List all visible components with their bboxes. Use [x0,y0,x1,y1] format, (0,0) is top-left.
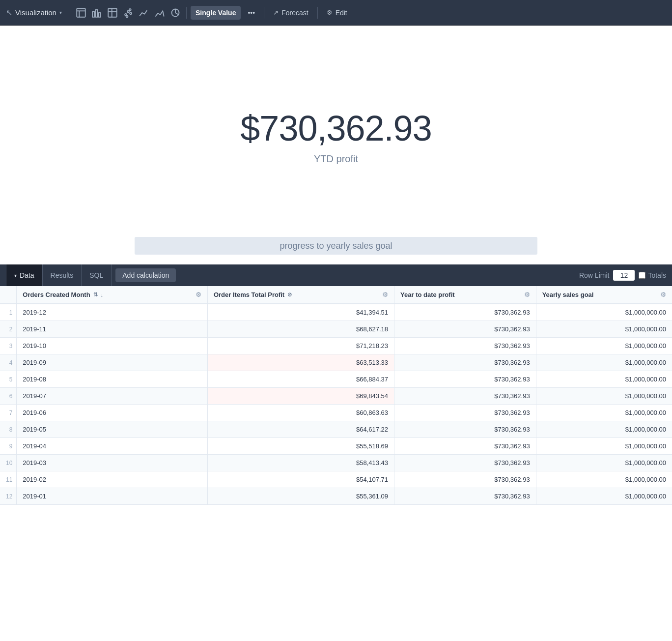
table-row: 11 2019-02 $54,107.71 $730,362.93 $1,000… [0,471,672,488]
row-limit-input[interactable] [613,270,635,281]
chevron-down-icon: ▾ [14,273,17,278]
bar-chart-icon[interactable] [90,6,104,20]
cell-ytd: $730,362.93 [394,304,536,321]
cell-month: 2019-05 [17,421,208,438]
cell-profit: $54,107.71 [207,471,394,488]
pivot-icon[interactable] [106,6,119,20]
cursor-icon: ↖ [6,8,12,17]
filter-icon-profit[interactable]: ⊘ [287,291,292,298]
col-ytd-label: Year to date profit [400,291,455,298]
cell-month: 2019-03 [17,455,208,471]
gear-icon-profit[interactable]: ⚙ [382,291,388,298]
gear-icon-ytd[interactable]: ⚙ [524,291,530,298]
row-number: 12 [0,488,17,505]
row-number: 8 [0,421,17,438]
table-header-row: Orders Created Month ⇅ ↓ ⚙ Order Items T… [0,286,672,304]
more-tab[interactable]: ••• [243,6,260,20]
cell-month: 2019-11 [17,321,208,338]
cell-ytd: $730,362.93 [394,421,536,438]
pie-chart-icon[interactable] [168,6,182,20]
cell-goal: $1,000,000.00 [536,455,672,471]
cell-profit: $69,843.54 [207,388,394,405]
table-row: 7 2019-06 $60,863.63 $730,362.93 $1,000,… [0,405,672,421]
svg-point-10 [127,10,129,12]
row-number: 6 [0,388,17,405]
sep1 [70,7,70,19]
tab-data[interactable]: ▾ Data [6,264,43,286]
tab-results[interactable]: Results [43,264,82,286]
add-calculation-button[interactable]: Add calculation [115,268,176,282]
cell-goal: $1,000,000.00 [536,471,672,488]
gear-icon-goal[interactable]: ⚙ [660,291,666,298]
progress-bar: progress to yearly sales goal [135,237,537,255]
single-value-label: Single Value [196,9,236,17]
cell-goal: $1,000,000.00 [536,371,672,388]
svg-line-16 [175,13,178,15]
cell-profit: $68,627.18 [207,321,394,338]
table-icon[interactable] [74,6,88,20]
single-value-tab[interactable]: Single Value [191,6,241,20]
row-number: 4 [0,354,17,371]
table-row: 9 2019-04 $55,518.69 $730,362.93 $1,000,… [0,438,672,455]
svg-point-12 [126,15,128,17]
sep3 [264,7,264,19]
main-value: $730,362.93 [240,108,431,148]
cell-goal: $1,000,000.00 [536,354,672,371]
tab-results-label: Results [51,271,74,279]
edit-tab[interactable]: ⚙ Edit [322,6,352,20]
chevron-down-icon: ▾ [59,10,62,15]
cell-goal: $1,000,000.00 [536,438,672,455]
data-table-wrap: Orders Created Month ⇅ ↓ ⚙ Order Items T… [0,286,672,505]
cell-ytd: $730,362.93 [394,438,536,455]
table-row: 5 2019-08 $66,884.37 $730,362.93 $1,000,… [0,371,672,388]
col-month-label: Orders Created Month [23,291,90,298]
cell-profit: $58,413.43 [207,455,394,471]
tab-sql-label: SQL [89,271,103,279]
forecast-tab[interactable]: ↗ Forecast [268,6,313,20]
row-limit-area: Row Limit Totals [579,270,666,281]
cell-ytd: $730,362.93 [394,371,536,388]
sort-down-icon[interactable]: ↓ [101,292,104,298]
gear-icon-month[interactable]: ⚙ [196,291,201,298]
table-row: 10 2019-03 $58,413.43 $730,362.93 $1,000… [0,455,672,471]
cell-goal: $1,000,000.00 [536,321,672,338]
cell-goal: $1,000,000.00 [536,338,672,354]
cell-month: 2019-07 [17,388,208,405]
cell-goal: $1,000,000.00 [536,488,672,505]
visualization-area: $730,362.93 YTD profit [0,26,672,232]
area-chart-icon[interactable] [153,6,167,20]
col-header-goal: Yearly sales goal ⚙ [536,286,672,304]
col-header-ytd: Year to date profit ⚙ [394,286,536,304]
sep4 [317,7,318,19]
cell-goal: $1,000,000.00 [536,388,672,405]
totals-checkbox-label: Totals [639,271,666,279]
cell-ytd: $730,362.93 [394,455,536,471]
scatter-icon[interactable] [121,6,135,20]
cell-ytd: $730,362.93 [394,354,536,371]
forecast-label: Forecast [281,9,308,17]
cell-month: 2019-04 [17,438,208,455]
cell-profit: $63,513.33 [207,354,394,371]
table-row: 3 2019-10 $71,218.23 $730,362.93 $1,000,… [0,338,672,354]
tab-sql[interactable]: SQL [82,264,112,286]
forecast-line-icon: ↗ [273,9,279,16]
line-chart-icon[interactable] [137,6,151,20]
sliders-icon: ⚙ [327,9,333,16]
visualization-label: Visualization [15,8,56,17]
cell-ytd: $730,362.93 [394,321,536,338]
cell-month: 2019-12 [17,304,208,321]
data-tabs: ▾ Data Results SQL Add calculation Row L… [0,264,672,286]
cell-profit: $66,884.37 [207,371,394,388]
toolbar: ↖ Visualization ▾ Single Value ••• ↗ For… [0,0,672,26]
table-row: 1 2019-12 $41,394.51 $730,362.93 $1,000,… [0,304,672,321]
cell-ytd: $730,362.93 [394,338,536,354]
cell-month: 2019-09 [17,354,208,371]
svg-rect-5 [99,13,101,17]
visualization-logo[interactable]: ↖ Visualization ▾ [6,8,62,17]
totals-checkbox[interactable] [639,272,645,279]
cell-month: 2019-06 [17,405,208,421]
edit-label: Edit [336,9,347,17]
cell-month: 2019-02 [17,471,208,488]
col-goal-label: Yearly sales goal [542,291,594,298]
sort-filter-icon[interactable]: ⇅ [93,291,98,298]
